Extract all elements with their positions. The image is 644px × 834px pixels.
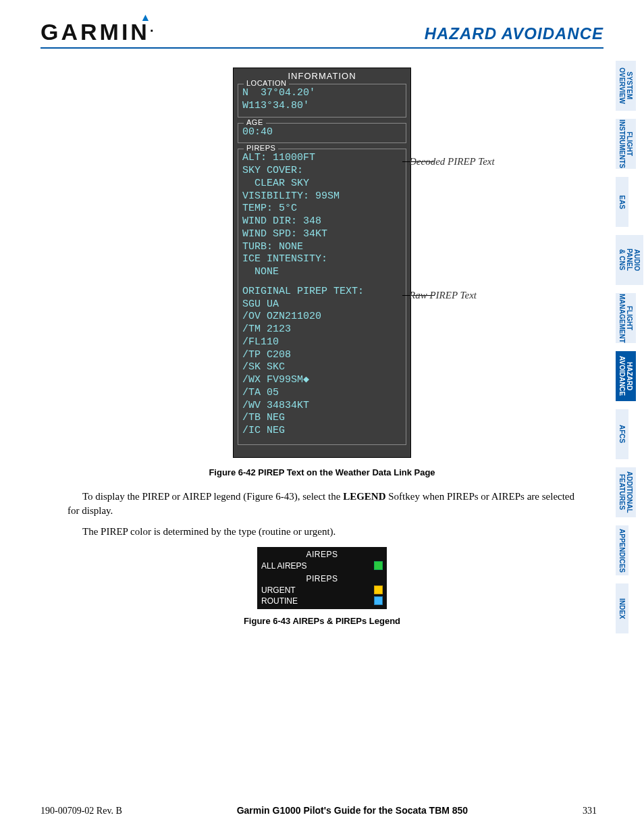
legend-row-routine: ROUTINE xyxy=(261,596,383,606)
footer-page: 331 xyxy=(583,806,597,816)
body-paragraph-2: The PIREP color is determined by the typ… xyxy=(68,525,576,539)
tab-hazard-avoidance[interactable]: HAZARD AVOIDANCE xyxy=(616,351,636,401)
age-box: AGE 00:40 xyxy=(238,123,406,144)
tab-system-overview[interactable]: SYSTEM OVERVIEW xyxy=(616,61,636,111)
raw-label: ORIGINAL PIREP TEXT: xyxy=(242,286,402,298)
brand-delta-icon: ▲ xyxy=(140,12,154,23)
decoded-line: TURB: NONE xyxy=(242,241,402,254)
annot-raw: Raw PIREP Text xyxy=(409,290,477,301)
location-label: LOCATION xyxy=(244,79,289,87)
routine-label: ROUTINE xyxy=(261,596,298,606)
tab-appendices[interactable]: APPENDICES xyxy=(616,525,628,575)
decoded-line: WIND DIR: 348 xyxy=(242,215,402,228)
decoded-line: NONE xyxy=(242,266,402,279)
swatch-green-icon xyxy=(374,561,383,570)
location-lat: N 37°04.20' xyxy=(242,87,402,100)
figure-642-caption: Figure 6-42 PIREP Text on the Weather Da… xyxy=(41,467,603,477)
pireps-label: PIREPS xyxy=(244,144,278,152)
brand-logo: GARMIN. ▲ xyxy=(41,20,156,46)
body-paragraph-1: To display the PIREP or AIREP legend (Fi… xyxy=(68,490,576,518)
tab-afcs[interactable]: AFCS xyxy=(616,409,628,459)
tab-flight-management[interactable]: FLIGHT MANAGEMENT xyxy=(616,293,636,343)
page-header: GARMIN. ▲ HAZARD AVOIDANCE xyxy=(41,20,603,49)
aireps-head: AIREPS xyxy=(261,550,383,559)
decoded-line: WIND SPD: 34KT xyxy=(242,228,402,241)
location-box: LOCATION N 37°04.20' W113°34.80' xyxy=(238,84,406,118)
raw-line: /WV 34834KT xyxy=(242,400,402,413)
location-lon: W113°34.80' xyxy=(242,100,402,113)
legend-row-all-aireps: ALL AIREPS xyxy=(261,561,383,571)
document-page: GARMIN. ▲ HAZARD AVOIDANCE SYSTEM OVERVI… xyxy=(0,0,644,834)
footer-docid: 190-00709-02 Rev. B xyxy=(41,806,122,816)
raw-line: /TB NEG xyxy=(242,412,402,425)
figure-643-wrap: AIREPS ALL AIREPS PIREPS URGENT ROUTINE xyxy=(41,547,603,609)
figure-642-wrap: INFORMATION LOCATION N 37°04.20' W113°34… xyxy=(41,68,603,458)
swatch-blue-icon xyxy=(374,596,383,605)
tab-index[interactable]: INDEX xyxy=(616,583,628,633)
urgent-label: URGENT xyxy=(261,585,296,595)
raw-line: SGU UA xyxy=(242,298,402,311)
pireps-box: PIREPS ALT: 11000FT SKY COVER: CLEAR SKY… xyxy=(238,149,406,445)
decoded-line: VISIBILITY: 99SM xyxy=(242,190,402,203)
brand-text: GARMIN xyxy=(41,19,150,45)
p1-part-a: To display the PIREP or AIREP legend (Fi… xyxy=(82,491,343,502)
raw-line: /TM 2123 xyxy=(242,323,402,336)
section-tabs: SYSTEM OVERVIEW FLIGHT INSTRUMENTS EAS A… xyxy=(616,61,644,642)
legend-softkey-name: LEGEND xyxy=(343,491,385,502)
legend-row-urgent: URGENT xyxy=(261,585,383,596)
aireps-label: ALL AIREPS xyxy=(261,561,307,571)
raw-line: /WX FV99SM◆ xyxy=(242,374,402,387)
decoded-line: ALT: 11000FT xyxy=(242,152,402,165)
raw-line: /IC NEG xyxy=(242,425,402,438)
raw-line: /SK SKC xyxy=(242,361,402,374)
annot-decoded: Decoded PIREP Text xyxy=(409,156,495,167)
tab-audio-panel-cns[interactable]: AUDIO PANEL & CNS xyxy=(616,235,643,285)
legend-box: AIREPS ALL AIREPS PIREPS URGENT ROUTINE xyxy=(257,547,387,609)
raw-line: /FL110 xyxy=(242,336,402,349)
figure-643-caption: Figure 6-43 AIREPs & PIREPs Legend xyxy=(41,616,603,626)
raw-line: /TA 05 xyxy=(242,387,402,400)
swatch-yellow-icon xyxy=(374,585,383,594)
tab-additional-features[interactable]: ADDITIONAL FEATURES xyxy=(616,467,636,517)
decoded-line: ICE INTENSITY: xyxy=(242,253,402,266)
pirep-info-box: INFORMATION LOCATION N 37°04.20' W113°34… xyxy=(233,68,411,458)
tab-flight-instruments[interactable]: FLIGHT INSTRUMENTS xyxy=(616,119,636,169)
decoded-line: CLEAR SKY xyxy=(242,178,402,190)
pireps-head: PIREPS xyxy=(261,574,383,583)
decoded-line: SKY COVER: xyxy=(242,165,402,178)
tab-eas[interactable]: EAS xyxy=(616,177,628,227)
decoded-line: TEMP: 5°C xyxy=(242,203,402,215)
section-title: HAZARD AVOIDANCE xyxy=(425,24,603,46)
age-label: AGE xyxy=(244,118,266,126)
raw-line: /TP C208 xyxy=(242,349,402,362)
page-footer: 190-00709-02 Rev. B Garmin G1000 Pilot's… xyxy=(41,805,597,816)
footer-title: Garmin G1000 Pilot's Guide for the Socat… xyxy=(237,805,468,816)
raw-line: /OV OZN211020 xyxy=(242,311,402,323)
age-value: 00:40 xyxy=(242,126,402,139)
